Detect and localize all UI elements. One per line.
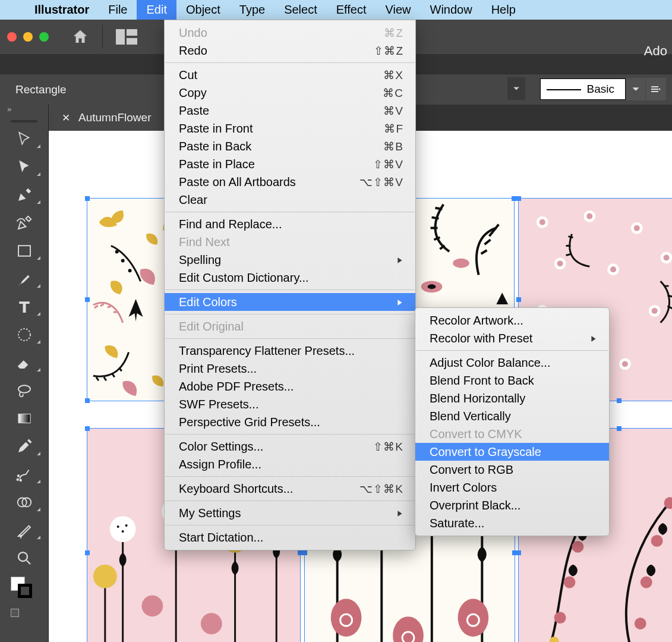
menu-item[interactable]: Perspective Grid Presets... <box>165 413 415 431</box>
pen-tool[interactable] <box>0 181 48 209</box>
close-tab-icon[interactable]: ✕ <box>62 112 70 124</box>
color-mode-toggle[interactable] <box>0 604 48 622</box>
shape-builder-tool[interactable] <box>0 488 48 516</box>
menu-item[interactable]: Adobe PDF Presets... <box>165 377 415 395</box>
menu-item[interactable]: Redo⇧⌘Z <box>165 42 415 59</box>
menu-object[interactable]: Object <box>176 0 230 20</box>
menu-item[interactable]: Keyboard Shortcuts...⌥⇧⌘K <box>165 480 415 498</box>
menu-item: Find Next <box>165 233 415 251</box>
lasso-tool[interactable] <box>0 376 48 404</box>
menu-item[interactable]: Paste⌘V <box>165 102 415 119</box>
menu-item[interactable]: Copy⌘C <box>165 84 415 102</box>
menu-item[interactable]: Paste in Front⌘F <box>165 119 415 137</box>
menu-item[interactable]: Blend Horizontally <box>415 389 609 407</box>
svg-point-58 <box>201 613 222 634</box>
edit-colors-submenu: Recolor Artwork...Recolor with PresetAdj… <box>415 307 610 536</box>
svg-point-72 <box>564 577 576 588</box>
submenu-arrow-icon <box>396 506 403 520</box>
menu-item[interactable]: My Settings <box>165 504 415 522</box>
collapse-toggle[interactable]: » <box>0 105 48 118</box>
menu-effect[interactable]: Effect <box>327 0 376 20</box>
menu-item[interactable]: Start Dictation... <box>165 528 415 546</box>
rotate-tool[interactable] <box>0 320 48 348</box>
svg-rect-6 <box>18 246 30 256</box>
menu-item[interactable]: Overprint Black... <box>415 496 609 514</box>
submenu-arrow-icon <box>396 295 403 309</box>
zoom-tool[interactable] <box>0 544 48 572</box>
opacity-dropdown[interactable] <box>507 77 525 100</box>
menu-item[interactable]: SWF Presets... <box>165 395 415 413</box>
menu-item[interactable]: Paste in Place⇧⌘V <box>165 155 415 173</box>
menu-type[interactable]: Type <box>230 0 275 20</box>
menu-help[interactable]: Help <box>482 0 525 20</box>
curvature-tool[interactable] <box>0 209 48 237</box>
menu-separator <box>165 434 415 435</box>
menu-item[interactable]: Transparency Flattener Presets... <box>165 342 415 360</box>
arrange-documents-icon[interactable] <box>116 29 137 45</box>
panel-menu-button[interactable] <box>646 78 666 100</box>
close-button[interactable] <box>7 32 17 42</box>
menu-item: Undo⌘Z <box>165 24 415 42</box>
svg-point-61 <box>122 530 124 533</box>
menu-item[interactable]: Paste in Back⌘B <box>165 137 415 155</box>
menu-item[interactable]: Blend Front to Back <box>415 372 609 389</box>
menu-item[interactable]: Convert to Grayscale <box>415 443 609 461</box>
menu-item-label: Redo <box>179 44 207 58</box>
stroke-swatch-box[interactable] <box>18 584 32 598</box>
menu-item-label: Color Settings... <box>179 440 263 454</box>
paintbrush-tool[interactable] <box>0 265 48 292</box>
grip-handle[interactable] <box>11 120 37 122</box>
submenu-arrow-icon <box>590 332 597 345</box>
eraser-tool[interactable] <box>0 348 48 376</box>
menu-item-shortcut: ⌘B <box>383 140 403 153</box>
menu-item[interactable]: Spelling <box>165 251 415 269</box>
eyedropper-tool[interactable] <box>0 432 48 460</box>
menu-item[interactable]: Adjust Color Balance... <box>415 354 609 372</box>
menu-edit[interactable]: Edit <box>137 0 176 20</box>
menu-item-label: My Settings <box>179 506 241 520</box>
gradient-tool[interactable] <box>0 404 48 432</box>
menu-select[interactable]: Select <box>275 0 327 20</box>
menu-item[interactable]: Color Settings...⇧⌘K <box>165 438 415 455</box>
svg-point-22 <box>428 284 436 289</box>
menu-item[interactable]: Invert Colors <box>415 479 609 496</box>
selection-tool[interactable] <box>0 125 48 153</box>
menu-item[interactable]: Print Presets... <box>165 360 415 377</box>
svg-point-60 <box>125 524 128 527</box>
stroke-style-label: Basic <box>587 83 614 95</box>
menu-item[interactable]: Edit Colors <box>165 293 415 311</box>
menu-window[interactable]: Window <box>421 0 482 20</box>
direct-selection-tool[interactable] <box>0 153 48 181</box>
menu-item[interactable]: Cut⌘X <box>165 66 415 84</box>
minimize-button[interactable] <box>23 32 33 42</box>
zoom-button[interactable] <box>39 32 49 42</box>
svg-point-59 <box>117 525 119 528</box>
menu-item[interactable]: Blend Vertically <box>415 407 609 425</box>
fill-stroke-swatches[interactable] <box>0 577 48 604</box>
menu-item[interactable]: Saturate... <box>415 514 609 532</box>
menu-item[interactable]: Recolor with Preset <box>415 329 609 347</box>
menu-item[interactable]: Clear <box>165 191 415 209</box>
rectangle-tool[interactable] <box>0 237 48 265</box>
stroke-style-dropdown[interactable] <box>626 78 645 100</box>
menu-item[interactable]: Find and Replace... <box>165 215 415 233</box>
menu-item[interactable]: Recolor Artwork... <box>415 311 609 329</box>
menu-item[interactable]: Paste on All Artboards⌥⇧⌘V <box>165 173 415 191</box>
menu-item[interactable]: Assign Profile... <box>165 455 415 473</box>
type-tool[interactable] <box>0 292 48 320</box>
menu-view[interactable]: View <box>376 0 421 20</box>
svg-point-7 <box>18 329 30 341</box>
symbol-sprayer-tool[interactable] <box>0 460 48 488</box>
document-tab-name: AutumnFlower <box>78 111 152 124</box>
svg-rect-9 <box>18 414 30 423</box>
slice-tool[interactable] <box>0 516 48 544</box>
menu-item-label: Saturate... <box>430 517 484 530</box>
stroke-style-button[interactable]: Basic <box>540 78 626 100</box>
menu-item[interactable]: Convert to RGB <box>415 461 609 479</box>
home-icon[interactable] <box>71 28 89 46</box>
menu-item-label: Start Dictation... <box>179 531 263 545</box>
menu-item[interactable]: Edit Custom Dictionary... <box>165 269 415 287</box>
menu-file[interactable]: File <box>99 0 137 20</box>
app-name[interactable]: Illustrator <box>25 0 99 20</box>
menu-item-label: Undo <box>179 26 207 40</box>
